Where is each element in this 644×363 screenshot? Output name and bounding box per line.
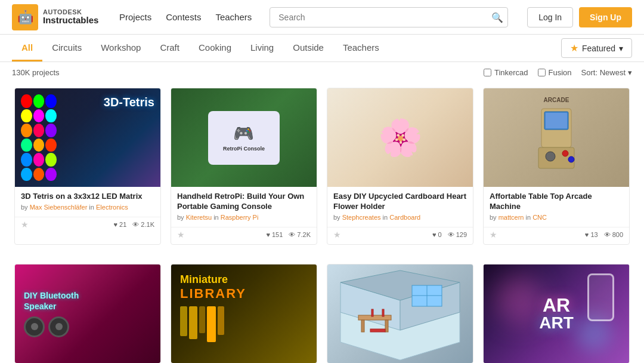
favorite-star-arcade[interactable]: ★	[490, 230, 497, 239]
category-link-retropi[interactable]: Raspberry Pi	[221, 214, 259, 221]
tab-workshop[interactable]: Workshop	[91, 35, 150, 61]
svg-rect-17	[370, 329, 385, 332]
main-nav: Projects Contests Teachers	[119, 12, 252, 22]
nav-contests[interactable]: Contests	[166, 12, 201, 22]
tab-craft[interactable]: Craft	[150, 35, 189, 61]
fusion-filter[interactable]: Fusion	[538, 68, 572, 77]
thumbnail-tetris: 3D-Tetris	[15, 88, 160, 187]
tinkercad-checkbox[interactable]	[484, 69, 491, 76]
likes-flower: ♥ 0	[432, 231, 442, 238]
project-count: 130K projects	[12, 68, 474, 77]
featured-star-icon: ★	[570, 42, 578, 54]
svg-point-6	[568, 156, 574, 162]
search-input[interactable]	[270, 7, 508, 27]
svg-point-5	[562, 150, 568, 156]
project-title-arcade: Affortable Table Top Arcade Machine	[490, 192, 623, 212]
featured-chevron-icon: ▾	[619, 44, 623, 53]
project-author-flower: by Stephcreates in Cardboard	[333, 214, 467, 221]
likes-tetris: ♥ 21	[114, 221, 127, 228]
project-info-arcade: Affortable Table Top Arcade Machine by m…	[484, 187, 629, 227]
category-bar: All Circuits Workshop Craft Cooking Livi…	[0, 35, 644, 62]
views-tetris: 👁 2.1K	[132, 221, 154, 228]
tab-cooking[interactable]: Cooking	[189, 35, 241, 61]
sort-dropdown[interactable]: Sort: Newest ▾	[581, 68, 632, 77]
project-info-retropi: Handheld RetroPi: Build Your Own Portabl…	[171, 187, 317, 227]
header: 🤖 AUTODESK Instructables Projects Contes…	[0, 0, 644, 35]
speaker-label: DIY BluetoothSpeaker	[24, 290, 79, 337]
tab-circuits[interactable]: Circuits	[42, 35, 91, 61]
thumbnail-arcade: ARCADE	[484, 88, 629, 187]
project-info-flower: Easy DIY Upcycled Cardboard Heart Flower…	[327, 187, 473, 227]
project-card-library[interactable]: Miniature LIBRARY	[171, 264, 317, 363]
project-title-tetris: 3D Tetris on a 3x3x12 LED Matrix	[21, 192, 154, 202]
views-retropi: 👁 7.2K	[289, 231, 311, 238]
project-author-retropi: by Kiteretsu in Raspberry Pi	[177, 214, 311, 221]
favorite-star-tetris[interactable]: ★	[21, 220, 29, 229]
likes-retropi: ♥ 151	[266, 231, 283, 238]
project-card-retropi[interactable]: 🎮 RetroPi Console Handheld RetroPi: Buil…	[171, 88, 317, 245]
tetris-label: 3D-Tetris	[104, 96, 154, 109]
logo-robot-icon: 🤖	[12, 4, 38, 30]
project-stats-flower: ★ ♥ 0 👁 129	[327, 227, 473, 244]
auth-buttons: Log In Sign Up	[527, 7, 632, 27]
search-button[interactable]: 🔍	[491, 11, 503, 23]
tab-living[interactable]: Living	[241, 35, 283, 61]
project-card-tetris[interactable]: 3D-Tetris 3D Tetris on a 3x3x12 LED Matr…	[14, 88, 161, 245]
tinkercad-filter[interactable]: Tinkercad	[484, 68, 528, 77]
logo-area[interactable]: 🤖 AUTODESK Instructables	[12, 4, 107, 30]
project-title-flower: Easy DIY Upcycled Cardboard Heart Flower…	[333, 192, 467, 212]
author-link-flower[interactable]: Stephcreates	[342, 214, 381, 221]
login-button[interactable]: Log In	[527, 7, 573, 27]
tab-outside[interactable]: Outside	[283, 35, 333, 61]
thumbnail-retropi: 🎮 RetroPi Console	[171, 88, 317, 187]
thumbnail-arart: AR ART	[484, 264, 629, 363]
tinkercad-label: Tinkercad	[494, 68, 528, 77]
svg-point-4	[546, 152, 555, 161]
instructables-label: Instructables	[43, 16, 98, 26]
author-link-tetris[interactable]: Max Siebenschläfer	[30, 204, 88, 211]
project-author-tetris: by Max Siebenschläfer in Electronics	[21, 204, 154, 211]
svg-rect-18	[371, 309, 373, 316]
signup-button[interactable]: Sign Up	[579, 7, 632, 27]
project-card-arcade[interactable]: ARCADE Affortable Table Top Arcade Machi…	[483, 88, 630, 245]
project-card-arart[interactable]: AR ART	[483, 264, 630, 363]
sort-chevron-icon: ▾	[628, 68, 632, 77]
project-stats-retropi: ★ ♥ 151 👁 7.2K	[171, 227, 317, 244]
category-link-flower[interactable]: Cardboard	[389, 214, 420, 221]
author-link-retropi[interactable]: Kiteretsu	[186, 214, 212, 221]
nav-projects[interactable]: Projects	[119, 12, 151, 22]
tab-all[interactable]: All	[12, 35, 42, 61]
nav-teachers[interactable]: Teachers	[215, 12, 252, 22]
category-link-arcade[interactable]: CNC	[532, 214, 547, 221]
featured-label: Featured	[582, 44, 615, 53]
project-card-flower[interactable]: 🌸 Easy DIY Upcycled Cardboard Heart Flow…	[327, 88, 473, 245]
project-card-room[interactable]	[327, 264, 473, 363]
category-tabs: All Circuits Workshop Craft Cooking Livi…	[12, 35, 561, 61]
thumbnail-speaker: DIY BluetoothSpeaker	[15, 264, 160, 363]
fusion-checkbox[interactable]	[538, 69, 546, 76]
svg-rect-16	[385, 320, 388, 332]
project-card-speaker[interactable]: DIY BluetoothSpeaker	[14, 264, 161, 363]
views-arcade: 👁 800	[604, 231, 623, 238]
category-link-tetris[interactable]: Electronics	[96, 204, 128, 211]
thumbnail-room	[327, 264, 473, 363]
likes-arcade: ♥ 13	[585, 231, 598, 238]
project-stats-arcade: ★ ♥ 13 👁 800	[484, 227, 629, 244]
room-svg	[327, 264, 473, 363]
favorite-star-retropi[interactable]: ★	[177, 230, 185, 239]
featured-button[interactable]: ★ Featured ▾	[561, 38, 632, 58]
filter-bar: 130K projects Tinkercad Fusion Sort: New…	[0, 62, 644, 83]
views-flower: 👁 129	[448, 231, 467, 238]
project-title-retropi: Handheld RetroPi: Build Your Own Portabl…	[177, 192, 311, 212]
arcade-svg	[532, 106, 580, 171]
svg-rect-15	[361, 320, 364, 332]
favorite-star-flower[interactable]: ★	[333, 230, 341, 239]
led-grid	[21, 94, 57, 181]
svg-rect-19	[382, 309, 384, 316]
project-info-tetris: 3D Tetris on a 3x3x12 LED Matrix by Max …	[15, 187, 160, 217]
author-link-arcade[interactable]: mattcern	[499, 214, 524, 221]
search-bar: 🔍	[270, 7, 508, 27]
gamepad-visual: 🎮 RetroPi Console	[208, 111, 280, 165]
fusion-label: Fusion	[549, 68, 572, 77]
tab-teachers[interactable]: Teachers	[333, 35, 389, 61]
